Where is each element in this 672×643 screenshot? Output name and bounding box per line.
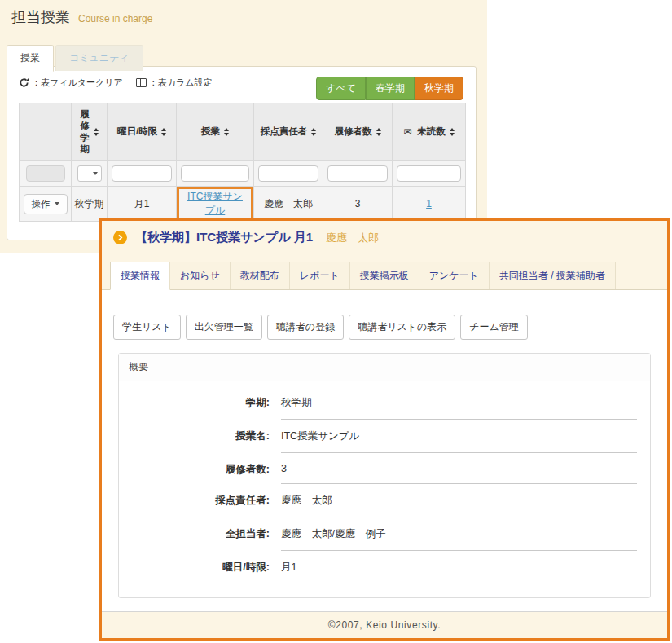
course-link[interactable]: ITC授業サンプル [187, 191, 243, 216]
field-value: ITC授業サンプル [281, 429, 637, 453]
header-divider [7, 29, 477, 29]
tab-survey[interactable]: アンケート [419, 262, 490, 289]
table-header-row: 履修学期 曜日/時限 授業 [20, 103, 466, 161]
page-subtitle: Course in charge [78, 13, 152, 24]
filter-disabled-box [26, 165, 65, 182]
filter-all-button[interactable]: すべて [316, 77, 366, 100]
field-label: 全担当者: [119, 527, 270, 551]
cell-semester: 秋学期 [72, 187, 108, 222]
filter-autumn-button[interactable]: 秋学期 [415, 77, 463, 100]
panel-footer: ©2007, Keio University. [102, 611, 667, 638]
team-management-button[interactable]: チーム管理 [460, 315, 528, 340]
cell-enrolled: 3 [323, 187, 393, 222]
header-grader[interactable]: 採点責任者 [254, 103, 323, 161]
columns-icon[interactable] [136, 78, 147, 87]
refresh-icon[interactable] [19, 77, 29, 88]
panel-title: 【秋学期】ITC授業サンプル 月1 [135, 230, 313, 245]
main-page-background: 担当授業 Course in charge 授業 コミュニティ ：表フィルターク… [0, 0, 487, 253]
auditor-list-button[interactable]: 聴講者リストの表示 [349, 315, 455, 340]
cell-grader: 慶應 太郎 [254, 187, 323, 222]
filter-clear-label: ：表フィルタークリア [32, 77, 123, 89]
header-actions [20, 103, 72, 161]
panel-tab-bar: 授業情報 お知らせ 教材配布 レポート 授業掲示板 アンケート 共同担当者 / … [102, 253, 667, 290]
field-semester: 学期: 秋学期 [119, 396, 637, 420]
enrolled-filter-input[interactable] [327, 165, 388, 182]
page-title: 担当授業 [11, 7, 70, 27]
tab-co-instructors[interactable]: 共同担当者 / 授業補助者 [489, 262, 616, 289]
tab-class-board[interactable]: 授業掲示板 [349, 262, 419, 289]
field-label: 履修者数: [119, 463, 270, 484]
semester-filter-group: すべて 春学期 秋学期 [316, 77, 463, 100]
overview-fields: 学期: 秋学期 授業名: ITC授業サンプル 履修者数: 3 採点責任者: 慶應… [119, 381, 650, 597]
field-enrolled: 履修者数: 3 [119, 463, 637, 484]
row-action-button[interactable]: 操作 [24, 194, 68, 214]
table-toolbar: ：表フィルタークリア ：表カラム設定 [19, 77, 226, 89]
field-label: 授業名: [119, 429, 270, 453]
field-value: 月1 [281, 561, 637, 584]
header-enrolled[interactable]: 履修者数 [323, 103, 393, 161]
field-label: 曜日/時限: [119, 561, 270, 584]
panel-instructor[interactable]: 慶應 太郎 [326, 231, 379, 245]
field-value: 秋学期 [281, 396, 637, 420]
cell-day-period: 月1 [108, 187, 177, 222]
tab-course-info[interactable]: 授業情報 [110, 262, 170, 290]
filter-clear-control[interactable]: ：表フィルタークリア [19, 77, 123, 89]
caret-down-icon [55, 202, 59, 205]
sort-icon[interactable] [94, 128, 99, 136]
tab-reports[interactable]: レポート [289, 262, 350, 289]
field-day-period: 曜日/時限: 月1 [119, 561, 637, 584]
filter-spring-button[interactable]: 春学期 [366, 77, 415, 100]
sort-icon[interactable] [376, 128, 381, 136]
page-header: 担当授業 Course in charge [11, 7, 152, 27]
panel-header: 【秋学期】ITC授業サンプル 月1 慶應 太郎 [102, 221, 667, 251]
field-all-instructors: 全担当者: 慶應 太郎/慶應 例子 [119, 527, 637, 551]
field-value: 慶應 太郎/慶應 例子 [281, 527, 637, 551]
chevron-right-icon [113, 231, 127, 244]
panel-action-row: 学生リスト 出欠管理一覧 聴講者の登録 聴講者リストの表示 チーム管理 [113, 315, 656, 340]
field-label: 採点責任者: [119, 494, 270, 517]
field-value: 慶應 太郎 [281, 494, 637, 517]
main-tab-bar: 授業 コミュニティ [7, 45, 143, 71]
caret-down-icon [93, 172, 98, 175]
column-config-label: ：表カラム設定 [149, 77, 213, 89]
auditor-register-button[interactable]: 聴講者の登録 [267, 315, 344, 340]
course-list-container: ：表フィルタークリア ：表カラム設定 すべて 春学期 秋学期 履修学期 [7, 66, 477, 240]
field-course-name: 授業名: ITC授業サンプル [119, 429, 637, 453]
header-day-period[interactable]: 曜日/時限 [108, 103, 177, 161]
overview-section: 概要 学期: 秋学期 授業名: ITC授業サンプル 履修者数: 3 採点責任者:… [118, 353, 651, 598]
overview-title: 概要 [119, 354, 650, 381]
tab-materials[interactable]: 教材配布 [230, 262, 290, 289]
unread-count-link[interactable]: 1 [426, 198, 432, 209]
sort-icon[interactable] [450, 128, 455, 136]
grader-filter-input[interactable] [258, 165, 318, 182]
field-label: 学期: [119, 396, 270, 420]
tab-announcements[interactable]: お知らせ [169, 262, 231, 289]
header-course[interactable]: 授業 [177, 103, 254, 161]
unread-filter-input[interactable] [397, 165, 461, 182]
student-list-button[interactable]: 学生リスト [113, 315, 181, 340]
field-value: 3 [281, 463, 637, 484]
sort-icon[interactable] [224, 128, 229, 136]
column-config-control[interactable]: ：表カラム設定 [136, 77, 213, 89]
field-grader: 採点責任者: 慶應 太郎 [119, 494, 637, 517]
panel-content: 学生リスト 出欠管理一覧 聴講者の登録 聴講者リストの表示 チーム管理 概要 学… [102, 290, 667, 611]
attendance-button[interactable]: 出欠管理一覧 [186, 315, 262, 340]
table-filter-row [20, 161, 466, 187]
course-filter-input[interactable] [181, 165, 249, 182]
header-unread[interactable]: ✉ 未読数 [393, 103, 466, 161]
semester-filter-select[interactable] [77, 165, 102, 182]
sort-icon[interactable] [161, 128, 166, 136]
table-row: 操作 秋学期 月1 ITC授業サンプル 慶應 太郎 3 1 [20, 187, 466, 222]
tab-course[interactable]: 授業 [7, 45, 54, 72]
tab-community[interactable]: コミュニティ [55, 45, 143, 71]
course-link-highlight: ITC授業サンプル [177, 187, 253, 221]
sort-icon[interactable] [311, 128, 316, 136]
mail-icon: ✉ [403, 126, 411, 138]
header-semester[interactable]: 履修学期 [72, 103, 108, 161]
day-period-filter-input[interactable] [112, 165, 172, 182]
course-table: 履修学期 曜日/時限 授業 [19, 103, 466, 222]
course-detail-panel: 【秋学期】ITC授業サンプル 月1 慶應 太郎 授業情報 お知らせ 教材配布 レ… [99, 218, 670, 641]
